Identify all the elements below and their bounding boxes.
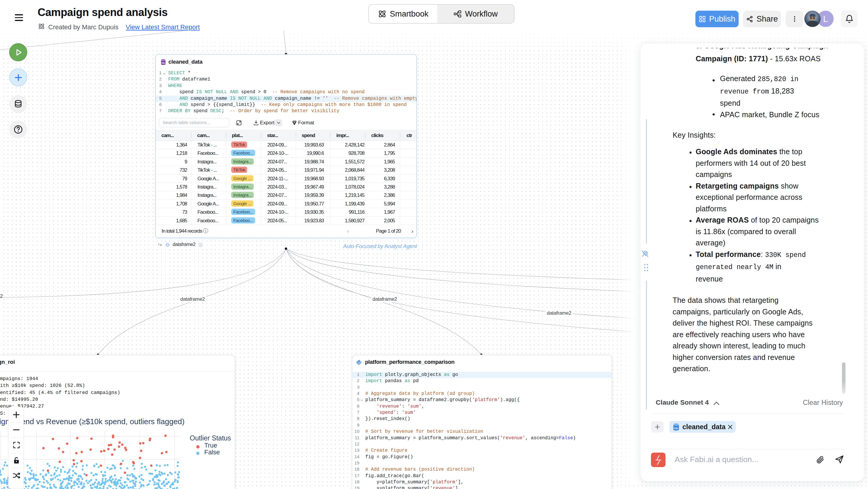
svg-text:SQL: SQL [674, 427, 679, 429]
svg-text:SQL: SQL [161, 62, 165, 64]
